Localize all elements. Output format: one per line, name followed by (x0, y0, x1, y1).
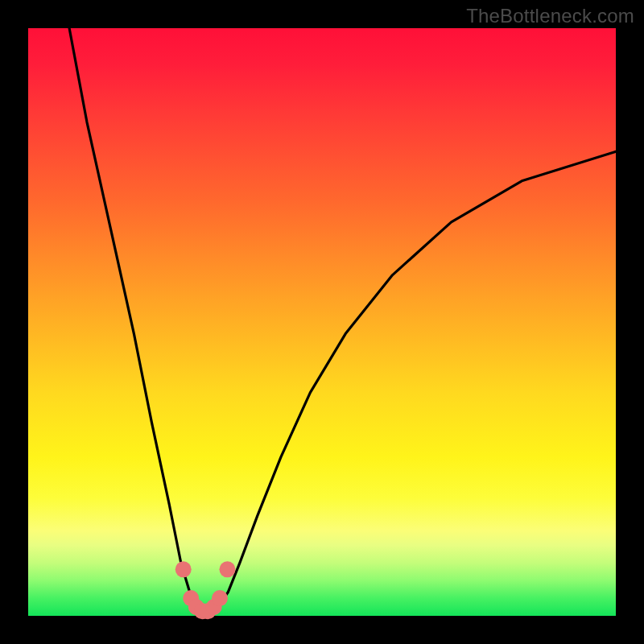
curve-marker (212, 590, 228, 606)
chart-frame: TheBottleneck.com (0, 0, 644, 644)
curve-marker (219, 561, 235, 577)
watermark-text: TheBottleneck.com (466, 5, 634, 27)
marker-group (175, 561, 236, 619)
bottleneck-curve (69, 28, 616, 612)
plot-area (28, 28, 616, 616)
curve-layer (28, 28, 616, 616)
curve-marker (175, 561, 192, 577)
